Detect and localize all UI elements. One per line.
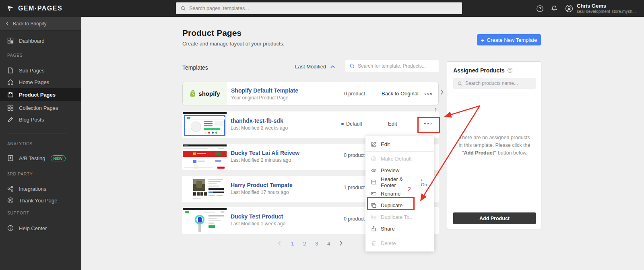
help-circle-icon <box>7 225 14 231</box>
sidebar-item-integrations[interactable]: Integrations <box>0 183 81 195</box>
sidebar: Back to Shopify Dashboard PAGES Sub Page… <box>0 17 81 270</box>
global-search-input[interactable] <box>189 6 458 11</box>
sidebar-item-label: Collection Pages <box>19 105 58 111</box>
notifications-bell-icon[interactable] <box>551 5 558 12</box>
sidebar-item-ab-testing[interactable]: A/B Testing NEW <box>0 152 81 164</box>
template-title[interactable]: thanhdx-test-fb-sdk <box>231 117 283 124</box>
default-dot-icon <box>341 123 344 125</box>
header-footer-icon <box>371 179 377 185</box>
page-subtitle: Create and manage layout of your product… <box>182 41 285 47</box>
template-title[interactable]: Harry Product Tempate <box>231 182 293 188</box>
menu-item-header-footer[interactable]: Header & Footer • On <box>365 176 434 188</box>
template-thumbnail[interactable] <box>183 177 227 202</box>
add-product-button[interactable]: Add Product <box>453 212 536 224</box>
sort-control[interactable]: Last Modified <box>295 64 335 70</box>
default-badge: Default <box>341 121 362 127</box>
template-thumbnail[interactable] <box>183 208 227 233</box>
template-title[interactable]: Ducky Test Lai Ali Reivew <box>231 150 299 156</box>
template-title[interactable]: Ducky Test Product <box>231 213 283 220</box>
sidebar-item-dashboard[interactable]: Dashboard <box>0 35 81 47</box>
pagination-page-2[interactable]: 2 <box>303 241 306 247</box>
menu-item-label: Rename <box>381 191 400 197</box>
menu-item-duplicate-to[interactable]: Duplicate To.. <box>365 211 434 223</box>
chevron-left-icon <box>6 21 9 26</box>
pagination-page-3[interactable]: 3 <box>315 241 318 247</box>
template-modified: Last Modified 1 week ago <box>231 221 285 227</box>
sidebar-item-label: Integrations <box>19 186 46 192</box>
template-modified: Last Modified 2 minutes ago <box>231 157 291 163</box>
menu-item-label: Duplicate To.. <box>381 214 413 220</box>
template-search-input[interactable] <box>358 63 435 69</box>
pagination-page-1[interactable]: 1 <box>291 241 294 247</box>
create-button-label: Create New Template <box>487 37 537 43</box>
page-icon <box>7 67 14 74</box>
pagination-page-4[interactable]: 4 <box>327 241 330 247</box>
template-search[interactable] <box>345 60 439 72</box>
pagination-prev[interactable] <box>278 241 281 247</box>
sort-label: Last Modified <box>295 64 326 70</box>
home-icon <box>7 79 14 85</box>
user-store: seal-development-store.mysh... <box>577 9 636 14</box>
create-new-template-button[interactable]: + Create New Template <box>477 34 541 45</box>
menu-item-label: Make Default <box>381 156 412 162</box>
menu-item-rename[interactable]: Rename <box>365 188 434 200</box>
template-thumbnail[interactable] <box>183 112 227 137</box>
user-menu[interactable]: Chris Gems seal-development-store.mysh..… <box>565 3 636 14</box>
make-default-icon <box>371 156 377 162</box>
sidebar-item-label: Thank You Page <box>19 198 57 204</box>
user-name: Chris Gems <box>577 3 636 9</box>
pagination-next[interactable] <box>339 241 343 247</box>
empty-text-part: There are no assigned products in this t… <box>459 135 530 148</box>
template-thumbnail[interactable] <box>183 144 227 169</box>
user-meta: Chris Gems seal-development-store.mysh..… <box>577 3 636 14</box>
assigned-count: 0 product <box>332 91 377 97</box>
sidebar-item-home-pages[interactable]: Home Pages <box>0 76 81 88</box>
menu-item-label: Edit <box>381 141 390 147</box>
gempages-logo[interactable]: GEM·PAGES <box>6 0 62 17</box>
sidebar-item-label: Product Pages <box>19 92 56 98</box>
duplicate-to-icon <box>371 214 377 220</box>
sidebar-item-label: Dashboard <box>19 38 45 44</box>
back-to-original-button[interactable]: Back to Original <box>382 91 419 97</box>
sidebar-item-collection-pages[interactable]: Collection Pages <box>0 102 81 114</box>
kebab-menu-button[interactable] <box>421 119 435 128</box>
avatar-icon <box>565 4 574 13</box>
sidebar-divider <box>7 134 68 134</box>
global-search[interactable] <box>176 2 462 14</box>
duplicate-icon <box>371 202 377 208</box>
kebab-menu-button[interactable] <box>421 89 436 99</box>
help-icon[interactable] <box>536 5 544 12</box>
menu-item-duplicate[interactable]: Duplicate <box>365 200 434 211</box>
menu-item-label: Preview <box>381 167 399 173</box>
menu-item-make-default[interactable]: Make Default <box>365 153 434 165</box>
back-to-shopify[interactable]: Back to Shopify <box>0 17 81 31</box>
menu-item-preview[interactable]: Preview <box>365 165 434 176</box>
menu-item-share[interactable]: Share <box>365 223 434 235</box>
thank-you-page-icon <box>7 197 14 204</box>
template-subtitle: Your original Product Page <box>231 95 288 101</box>
gempages-app: GEM·PAGES Chris Gems seal-development-st… <box>0 0 644 270</box>
pencil-icon <box>7 116 14 123</box>
menu-item-label: Header & Footer <box>381 176 417 188</box>
edit-button[interactable]: Edit <box>388 121 397 127</box>
menu-item-edit[interactable]: Edit <box>365 138 434 150</box>
menu-item-delete[interactable]: Delete <box>365 237 434 249</box>
sidebar-item-sub-pages[interactable]: Sub Pages <box>0 64 81 76</box>
row-expand-chevron[interactable] <box>440 89 444 97</box>
sidebar-item-label: Blog Posts <box>19 117 44 123</box>
delete-trash-icon <box>371 240 377 246</box>
sidebar-item-thank-you-page[interactable]: Thank You Page <box>0 194 81 206</box>
sidebar-item-blog-posts[interactable]: Blog Posts <box>0 113 81 126</box>
assigned-products-search[interactable] <box>453 78 536 89</box>
kebab-icon <box>423 122 432 125</box>
sidebar-item-help-center[interactable]: Help Center <box>0 222 81 234</box>
sidebar-item-product-pages[interactable]: Product Pages <box>0 88 81 101</box>
logo-text: GEM·PAGES <box>18 5 62 12</box>
page-title: Product Pages <box>182 28 242 38</box>
assigned-products-title: Assigned Products <box>453 67 513 74</box>
info-help-icon[interactable] <box>507 68 513 73</box>
template-title[interactable]: Shopify Default Template <box>231 87 298 94</box>
assigned-products-search-input[interactable] <box>465 80 532 86</box>
menu-item-label: Duplicate <box>381 202 402 208</box>
rename-icon <box>371 191 377 197</box>
